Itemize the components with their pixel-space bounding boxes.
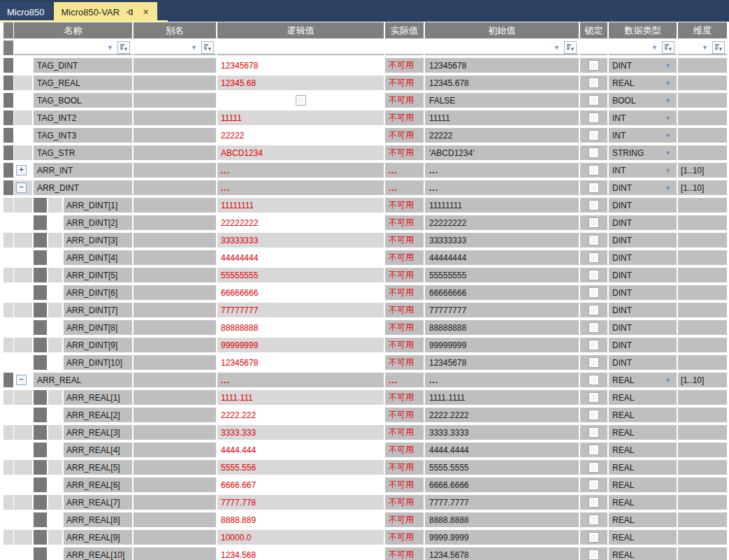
initial-value-cell[interactable]: ... bbox=[425, 373, 579, 387]
alias-cell[interactable] bbox=[133, 408, 216, 422]
initial-value-cell[interactable]: 66666666 bbox=[425, 285, 579, 300]
column-header-initial[interactable]: 初始值 bbox=[425, 22, 579, 38]
lock-checkbox[interactable] bbox=[589, 392, 599, 403]
logical-value-cell[interactable]: 2222.222 bbox=[217, 408, 384, 422]
row-header-cell[interactable] bbox=[3, 215, 13, 230]
name-cell[interactable]: ARR_DINT[4] bbox=[64, 250, 132, 265]
column-header-alias[interactable]: 别名 bbox=[133, 22, 216, 38]
logical-value-cell[interactable]: 12345678 bbox=[217, 355, 384, 370]
row-header-cell[interactable] bbox=[3, 355, 13, 370]
lock-checkbox[interactable] bbox=[589, 270, 599, 280]
child-row-header-cell[interactable] bbox=[34, 285, 47, 300]
datatype-cell[interactable]: STRING▼ bbox=[609, 145, 677, 160]
child-row-header-cell[interactable] bbox=[34, 530, 47, 545]
logical-value-cell[interactable]: 1234.568 bbox=[217, 547, 384, 560]
datatype-dropdown-caret-icon[interactable]: ▼ bbox=[665, 377, 671, 384]
alias-cell[interactable] bbox=[133, 93, 216, 108]
filter-cell-actual[interactable] bbox=[385, 41, 424, 55]
logical-value-cell[interactable]: 6666.667 bbox=[217, 478, 384, 492]
child-row-header-cell[interactable] bbox=[34, 443, 47, 457]
dimension-cell[interactable] bbox=[678, 512, 727, 527]
logical-value-cell[interactable]: 3333.333 bbox=[217, 425, 384, 440]
initial-value-cell[interactable]: ... bbox=[425, 163, 579, 178]
name-cell[interactable]: ARR_REAL bbox=[34, 373, 132, 387]
row-header-cell[interactable] bbox=[3, 268, 13, 282]
initial-value-cell[interactable]: 1234.5678 bbox=[425, 547, 579, 560]
logical-value-cell[interactable]: 1111.111 bbox=[217, 390, 384, 405]
datatype-cell[interactable]: DINT bbox=[609, 215, 677, 230]
filter-cell-datatype[interactable]: ▼ bbox=[609, 41, 677, 55]
datatype-cell[interactable]: REAL bbox=[609, 390, 677, 405]
logical-value-cell[interactable]: ... bbox=[217, 180, 384, 195]
child-row-header-cell[interactable] bbox=[34, 215, 47, 230]
initial-value-cell[interactable]: 7777.7777 bbox=[425, 495, 579, 510]
name-cell[interactable]: TAG_INT2 bbox=[34, 110, 132, 125]
name-cell[interactable]: ARR_REAL[10] bbox=[64, 547, 132, 560]
name-cell[interactable]: ARR_DINT[3] bbox=[64, 233, 132, 247]
collapse-button[interactable]: − bbox=[16, 375, 27, 385]
child-row-header-cell[interactable] bbox=[34, 425, 47, 440]
row-header-cell[interactable] bbox=[3, 530, 13, 545]
datatype-cell[interactable]: DINT bbox=[609, 285, 677, 300]
logical-value-cell[interactable]: 66666666 bbox=[217, 285, 384, 300]
logical-value-cell[interactable]: 11111 bbox=[217, 110, 384, 125]
filter-cell-dimension[interactable]: ▼ bbox=[678, 41, 727, 55]
row-header-cell[interactable] bbox=[3, 547, 13, 560]
name-cell[interactable]: TAG_INT3 bbox=[34, 128, 132, 143]
logical-value-cell[interactable]: 33333333 bbox=[217, 233, 384, 247]
filter-dropdown-caret-icon[interactable]: ▼ bbox=[107, 44, 113, 51]
dimension-cell[interactable] bbox=[678, 495, 727, 510]
initial-value-cell[interactable]: 9999.9999 bbox=[425, 530, 579, 545]
name-cell[interactable]: ARR_REAL[6] bbox=[64, 478, 132, 492]
row-header-cell[interactable] bbox=[3, 320, 13, 335]
dimension-cell[interactable] bbox=[678, 76, 727, 90]
datatype-cell[interactable]: REAL bbox=[609, 512, 677, 527]
logical-value-cell[interactable]: ... bbox=[217, 163, 384, 178]
datatype-cell[interactable]: REAL bbox=[609, 530, 677, 545]
filter-cell-initial[interactable]: ▼ bbox=[425, 41, 579, 55]
dimension-cell[interactable] bbox=[678, 530, 727, 545]
name-cell[interactable]: ARR_DINT[10] bbox=[64, 355, 132, 370]
datatype-cell[interactable]: REAL bbox=[609, 408, 677, 422]
alias-cell[interactable] bbox=[133, 76, 216, 90]
lock-checkbox[interactable] bbox=[589, 550, 599, 560]
filter-dropdown-caret-icon[interactable]: ▼ bbox=[191, 44, 197, 51]
datatype-cell[interactable]: INT▼ bbox=[609, 163, 677, 178]
logical-value-cell[interactable]: 10000.0 bbox=[217, 530, 384, 545]
logical-value-cell[interactable]: 22222 bbox=[217, 128, 384, 143]
datatype-cell[interactable]: DINT bbox=[609, 268, 677, 282]
name-cell[interactable]: ARR_REAL[5] bbox=[64, 460, 132, 475]
initial-value-cell[interactable]: 5555.5555 bbox=[425, 460, 579, 475]
initial-value-cell[interactable]: 22222 bbox=[425, 128, 579, 143]
close-icon[interactable]: ✕ bbox=[141, 8, 150, 17]
filter-funnel-icon[interactable] bbox=[712, 41, 725, 54]
datatype-dropdown-caret-icon[interactable]: ▼ bbox=[665, 62, 671, 69]
dimension-cell[interactable]: [1..10] bbox=[678, 180, 727, 195]
initial-value-cell[interactable]: 44444444 bbox=[425, 250, 579, 265]
alias-cell[interactable] bbox=[133, 478, 216, 492]
name-cell[interactable]: ARR_REAL[1] bbox=[64, 390, 132, 405]
dimension-cell[interactable] bbox=[678, 338, 727, 352]
lock-checkbox[interactable] bbox=[589, 445, 599, 455]
datatype-cell[interactable]: REAL bbox=[609, 495, 677, 510]
alias-cell[interactable] bbox=[133, 512, 216, 527]
datatype-cell[interactable]: REAL bbox=[609, 478, 677, 492]
dimension-cell[interactable] bbox=[678, 145, 727, 160]
datatype-dropdown-caret-icon[interactable]: ▼ bbox=[665, 97, 671, 104]
name-cell[interactable]: ARR_DINT[9] bbox=[64, 338, 132, 352]
datatype-dropdown-caret-icon[interactable]: ▼ bbox=[665, 80, 671, 87]
initial-value-cell[interactable]: 99999999 bbox=[425, 338, 579, 352]
row-header-cell[interactable] bbox=[3, 373, 13, 387]
column-header-actual[interactable]: 实际值 bbox=[385, 22, 424, 38]
child-row-header-cell[interactable] bbox=[34, 320, 47, 335]
lock-checkbox[interactable] bbox=[589, 340, 599, 350]
dimension-cell[interactable] bbox=[678, 128, 727, 143]
row-header-cell[interactable] bbox=[3, 460, 13, 475]
filter-dropdown-caret-icon[interactable]: ▼ bbox=[651, 44, 658, 51]
row-header-cell[interactable] bbox=[3, 512, 13, 527]
row-header-cell[interactable] bbox=[3, 338, 13, 352]
lock-checkbox[interactable] bbox=[589, 305, 599, 315]
logical-value-cell[interactable]: 12345.68 bbox=[217, 76, 384, 90]
row-header-cell[interactable] bbox=[3, 163, 13, 178]
initial-value-cell[interactable]: 12345678 bbox=[425, 355, 579, 370]
